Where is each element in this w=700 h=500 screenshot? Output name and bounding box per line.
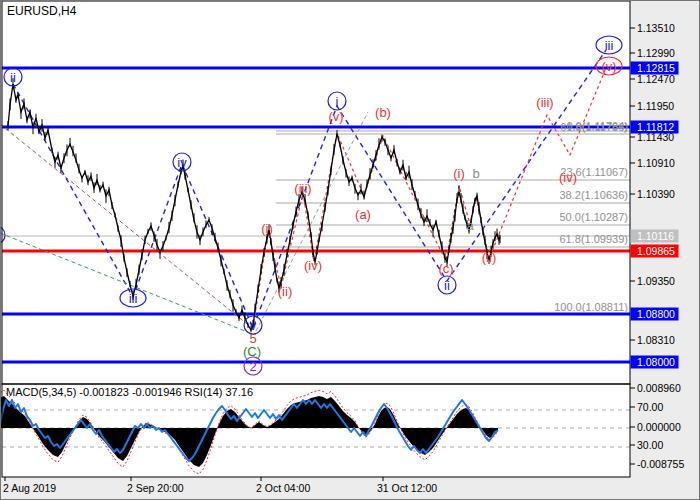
price-axis-tick: 30.00 — [637, 439, 663, 451]
price-badge-text: 1.08000 — [637, 356, 675, 368]
price-axis-tick: 0.000000 — [637, 421, 681, 433]
wave-label-(iv): (iv) — [304, 258, 322, 273]
wave-label-(c): (c) — [438, 261, 453, 276]
time-axis-tick: 2 Oct 04:00 — [256, 482, 310, 494]
wave-label-iii: iii — [605, 38, 614, 53]
fib-label: 50.0(1.10287) — [560, 211, 629, 223]
price-badge-text: 1.11812 — [637, 121, 674, 133]
price-badge-text: 1.09865 — [637, 245, 675, 257]
wave-label-(v): (v) — [601, 59, 616, 74]
wave-label-(iii): (iii) — [536, 95, 553, 110]
wave-label-(iii): (iii) — [294, 181, 311, 196]
price-axis-tick: 1.10910 — [637, 157, 675, 169]
price-axis-tick: 1.13510 — [637, 22, 675, 34]
price-axis-tick: 1.12990 — [637, 47, 675, 59]
wave-label-i: i — [336, 94, 339, 109]
wave-label-(ii): (ii) — [482, 250, 496, 265]
wave-label-(C): (C) — [243, 344, 261, 359]
time-axis-tick: 2 Sep 20:00 — [127, 482, 184, 494]
price-axis-tick: 1.08310 — [637, 334, 675, 346]
time-axis-tick: 31 Oct 12:00 — [377, 482, 437, 494]
wave-label-2: 2 — [249, 359, 256, 374]
time-axis-tick: 2 Aug 2019 — [3, 482, 56, 494]
wave-label-a: a — [466, 218, 474, 233]
wave-label-(b): (b) — [375, 105, 391, 120]
price-axis-tick: 0.008960 — [637, 382, 681, 394]
wave-label-(a): (a) — [355, 207, 371, 222]
wave-label-b: b — [472, 166, 479, 181]
wave-label-(ii): (ii) — [278, 284, 292, 299]
wave-label-(i): (i) — [261, 221, 273, 236]
fib-label: 61.8(1.09939) — [560, 233, 629, 245]
price-axis-tick: 1.09350 — [637, 275, 675, 287]
price-axis-tick: 1.10390 — [637, 188, 675, 200]
fib-label: 61.8(1.11786) — [560, 121, 628, 133]
price-chart-canvas[interactable]: 0.0(1.11764)61.8(1.11786)23.6(1.11067)38… — [0, 0, 700, 500]
price-axis-tick: 1.11950 — [637, 100, 674, 112]
wave-label-iii: iii — [129, 291, 138, 306]
wave-label-iv: iv — [177, 155, 187, 170]
wave-label-(i): (i) — [453, 166, 465, 181]
wave-label-ii: ii — [10, 70, 16, 85]
price-badge-text: 1.08800 — [637, 308, 675, 320]
wave-label-5: 5 — [249, 331, 256, 346]
price-axis-tick: -0.008755 — [637, 458, 684, 470]
fib-label: 38.2(1.10636) — [560, 189, 629, 201]
wave-label-ii: ii — [444, 278, 450, 293]
price-badge-text: 1.12815 — [637, 62, 675, 74]
wave-label-(v): (v) — [328, 109, 343, 124]
price-axis-tick: 70.00 — [637, 401, 663, 413]
wave-label-(iv): (iv) — [559, 170, 577, 185]
fib-label: 100.0(1.08811) — [554, 301, 628, 313]
price-badge-text: 1.10116 — [637, 230, 674, 242]
